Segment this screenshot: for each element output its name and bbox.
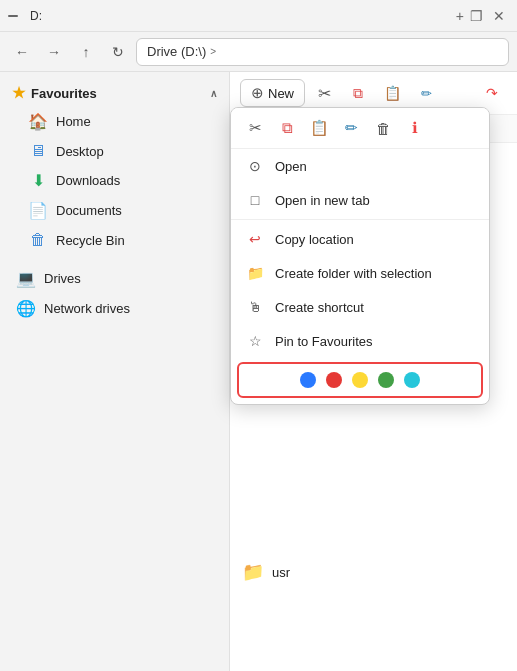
sidebar-item-desktop[interactable]: 🖥 Desktop — [4, 137, 225, 165]
cm-paste-icon: 📋 — [310, 119, 329, 137]
cm-delete-button[interactable]: 🗑 — [369, 114, 397, 142]
copy-button[interactable]: ⧉ — [343, 78, 373, 108]
paste-icon: 📋 — [384, 85, 401, 101]
cm-cut-button[interactable]: ✂ — [241, 114, 269, 142]
home-icon: 🏠 — [28, 112, 48, 131]
sidebar-documents-label: Documents — [56, 203, 122, 218]
context-menu: ✂ ⧉ 📋 ✏ 🗑 ℹ ⊙ — [230, 107, 490, 405]
paste-button[interactable]: 📋 — [377, 78, 407, 108]
file-name-usr: usr — [272, 565, 505, 580]
context-menu-item-open-new-tab[interactable]: □ Open in new tab — [231, 183, 489, 217]
color-dot-red[interactable] — [326, 372, 342, 388]
cm-copy-icon: ⧉ — [282, 119, 293, 137]
sidebar-drives-label: Drives — [44, 271, 81, 286]
context-menu-item-create-folder[interactable]: 📁 Create folder with selection — [231, 256, 489, 290]
cm-copy-button[interactable]: ⧉ — [273, 114, 301, 142]
new-tab-button[interactable]: + — [456, 8, 464, 24]
desktop-icon: 🖥 — [28, 142, 48, 160]
cm-rename-button[interactable]: ✏ — [337, 114, 365, 142]
sidebar-item-downloads[interactable]: ⬇ Downloads — [4, 166, 225, 195]
create-shortcut-icon: 🖱 — [245, 299, 265, 315]
documents-icon: 📄 — [28, 201, 48, 220]
sidebar-item-recycle[interactable]: 🗑 Recycle Bin — [4, 226, 225, 254]
sidebar-item-documents[interactable]: 📄 Documents — [4, 196, 225, 225]
folder-icon-usr: 📁 — [242, 561, 264, 583]
context-menu-toolbar: ✂ ⧉ 📋 ✏ 🗑 ℹ — [231, 108, 489, 149]
network-icon: 🌐 — [16, 299, 36, 318]
color-dot-green[interactable] — [378, 372, 394, 388]
main-layout: ★ Favourites ∧ 🏠 Home 🖥 Desktop ⬇ Downlo… — [0, 72, 517, 671]
context-menu-item-create-shortcut[interactable]: 🖱 Create shortcut — [231, 290, 489, 324]
open-new-tab-icon: □ — [245, 192, 265, 208]
sidebar-item-network[interactable]: 🌐 Network drives — [4, 294, 225, 323]
context-menu-pin-label: Pin to Favourites — [275, 334, 373, 349]
context-menu-open-label: Open — [275, 159, 307, 174]
info-button[interactable]: ↷ — [477, 78, 507, 108]
favourites-chevron-icon: ∧ — [210, 88, 217, 99]
title-bar-right: + ❐ ✕ — [456, 8, 509, 24]
info-icon: ↷ — [486, 85, 498, 101]
cut-button[interactable]: ✂ — [309, 78, 339, 108]
cm-info-icon: ℹ — [412, 119, 418, 137]
sidebar-item-drives[interactable]: 💻 Drives — [4, 264, 225, 293]
refresh-button[interactable]: ↻ — [104, 38, 132, 66]
color-dot-blue[interactable] — [300, 372, 316, 388]
recycle-icon: 🗑 — [28, 231, 48, 249]
star-icon: ★ — [12, 84, 25, 102]
context-menu-item-pin-favourites[interactable]: ☆ Pin to Favourites — [231, 324, 489, 358]
cm-delete-icon: 🗑 — [376, 120, 391, 137]
rename-icon: ✏ — [421, 86, 432, 101]
create-folder-icon: 📁 — [245, 265, 265, 281]
context-menu-create-folder-label: Create folder with selection — [275, 266, 432, 281]
cm-info-button[interactable]: ℹ — [401, 114, 429, 142]
favourites-section-header[interactable]: ★ Favourites ∧ — [0, 80, 229, 106]
title-bar: D: + ❐ ✕ — [0, 0, 517, 32]
pin-favourites-icon: ☆ — [245, 333, 265, 349]
color-dot-yellow[interactable] — [352, 372, 368, 388]
back-button[interactable]: ← — [8, 38, 36, 66]
new-plus-icon: ⊕ — [251, 84, 264, 102]
context-menu-item-copy-location[interactable]: ↩ Copy location — [231, 222, 489, 256]
downloads-icon: ⬇ — [28, 171, 48, 190]
file-item-usr-partial[interactable]: 📁 usr — [230, 555, 517, 589]
close-button[interactable]: ✕ — [489, 8, 509, 24]
copy-location-icon: ↩ — [245, 231, 265, 247]
copy-icon: ⧉ — [353, 85, 363, 102]
content-area: ⊕ New ✂ ⧉ 📋 ✏ ↷ Name ↑ — [230, 72, 517, 671]
cm-rename-icon: ✏ — [345, 119, 358, 137]
context-menu-divider-1 — [231, 219, 489, 220]
sidebar-recycle-label: Recycle Bin — [56, 233, 125, 248]
context-menu-copy-location-label: Copy location — [275, 232, 354, 247]
minimize-button[interactable] — [8, 15, 18, 17]
address-path: Drive (D:\) — [147, 44, 206, 59]
window-icon-button[interactable]: ❐ — [470, 8, 483, 24]
color-dot-cyan[interactable] — [404, 372, 420, 388]
new-button-label: New — [268, 86, 294, 101]
context-menu-item-open[interactable]: ⊙ Open — [231, 149, 489, 183]
sidebar-downloads-label: Downloads — [56, 173, 120, 188]
cm-paste-button[interactable]: 📋 — [305, 114, 333, 142]
address-bar: ← → ↑ ↻ Drive (D:\) > — [0, 32, 517, 72]
new-button[interactable]: ⊕ New — [240, 79, 305, 107]
rename-button[interactable]: ✏ — [411, 78, 441, 108]
sidebar-home-label: Home — [56, 114, 91, 129]
window-title: D: — [30, 9, 42, 23]
sidebar-item-home[interactable]: 🏠 Home — [4, 107, 225, 136]
scissors-icon: ✂ — [318, 84, 331, 103]
cm-scissors-icon: ✂ — [249, 119, 262, 137]
title-bar-controls — [8, 15, 22, 17]
forward-button[interactable]: → — [40, 38, 68, 66]
context-menu-create-shortcut-label: Create shortcut — [275, 300, 364, 315]
up-button[interactable]: ↑ — [72, 38, 100, 66]
sidebar: ★ Favourites ∧ 🏠 Home 🖥 Desktop ⬇ Downlo… — [0, 72, 230, 671]
open-icon: ⊙ — [245, 158, 265, 174]
drives-icon: 💻 — [16, 269, 36, 288]
sidebar-desktop-label: Desktop — [56, 144, 104, 159]
address-chevron-icon: > — [210, 46, 216, 57]
sidebar-network-label: Network drives — [44, 301, 130, 316]
color-dots-row — [237, 362, 483, 398]
context-menu-open-tab-label: Open in new tab — [275, 193, 370, 208]
address-pill[interactable]: Drive (D:\) > — [136, 38, 509, 66]
favourites-label: Favourites — [31, 86, 97, 101]
